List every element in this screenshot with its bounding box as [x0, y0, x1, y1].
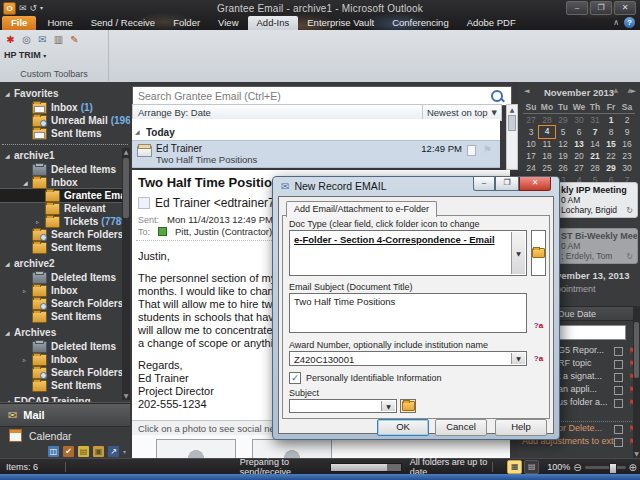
- zoom-out-icon[interactable]: ⊖: [573, 462, 581, 473]
- folder-item-sent-items[interactable]: Sent Items: [0, 310, 130, 323]
- folder-item-relevant[interactable]: Relevant: [0, 202, 130, 215]
- folder-list-icon[interactable]: ▣: [93, 446, 104, 457]
- search-input[interactable]: Search Grantee Email (Ctrl+E): [133, 90, 491, 102]
- calendar-day[interactable]: 2: [619, 114, 635, 126]
- folder-item-search-folders[interactable]: Search Folders: [0, 366, 130, 379]
- notes-icon[interactable]: ▤: [78, 446, 89, 457]
- doc-type-combobox[interactable]: e-Folder - Section 4-Correspondence - Em…: [289, 230, 527, 276]
- folder-item-unread-mail[interactable]: Unread Mail(1964): [0, 114, 130, 127]
- folder-item-search-folders[interactable]: Search Folders: [0, 228, 130, 241]
- sender-photo-icon[interactable]: [138, 197, 150, 209]
- folder-item-deleted-items[interactable]: Deleted Items: [0, 340, 130, 353]
- dialog-maximize-button[interactable]: ❐: [495, 177, 519, 191]
- folder-tree-scrollbar[interactable]: ▲ ▼: [122, 148, 130, 400]
- scrollbar-thumb[interactable]: [508, 115, 516, 131]
- tab-file[interactable]: File: [2, 16, 36, 30]
- nav-mail-button[interactable]: ✉ Mail: [0, 404, 130, 427]
- contact-photo[interactable]: [252, 439, 332, 458]
- tab-conferencing[interactable]: Conferencing: [383, 16, 458, 30]
- sort-asc-icon[interactable]: ▲: [613, 86, 618, 93]
- subject-folder-button[interactable]: [400, 399, 416, 413]
- hp-trim-menu[interactable]: HP TRIM ▾: [4, 50, 46, 60]
- normal-view-button[interactable]: ▦: [507, 460, 522, 474]
- tab-view[interactable]: View: [209, 16, 247, 30]
- date-group-header[interactable]: Today: [146, 127, 175, 138]
- doc-type-folder-button[interactable]: [531, 230, 546, 276]
- sort-order-button[interactable]: Newest on top: [422, 105, 492, 120]
- calendar-day[interactable]: 26: [555, 162, 571, 174]
- task-checkbox[interactable]: [614, 386, 623, 395]
- calendar-day[interactable]: 1: [603, 114, 619, 126]
- tab-send-receive[interactable]: Send / Receive: [82, 16, 164, 30]
- tasks-icon[interactable]: ✔: [63, 446, 74, 457]
- folder-item-search-folders[interactable]: Search Folders: [0, 297, 130, 310]
- task-list-scrollbar[interactable]: ▼: [633, 306, 640, 458]
- nav-group-archive2[interactable]: ◢archive2: [0, 256, 130, 271]
- arrange-by-button[interactable]: Arrange By: Date: [133, 107, 422, 118]
- folder-item-sent-items[interactable]: Sent Items: [0, 127, 130, 140]
- dropdown-icon[interactable]: ▼: [381, 401, 395, 411]
- folder-item-inbox[interactable]: ▹Inbox: [0, 284, 130, 297]
- calendar-day[interactable]: 9: [619, 126, 635, 138]
- dialog-title-bar[interactable]: ✉ New Record EMAIL: [281, 180, 387, 192]
- calendar-day[interactable]: 5: [555, 126, 571, 138]
- zoom-slider[interactable]: [585, 466, 626, 469]
- calendar-day[interactable]: 7: [587, 126, 603, 138]
- calendar-day[interactable]: 8: [603, 126, 619, 138]
- calendar-day[interactable]: 29: [555, 114, 571, 126]
- sort-asc-icon[interactable]: ▲: [627, 86, 632, 93]
- to-value[interactable]: Pitt, Justin (Contractor): [175, 226, 272, 237]
- trim-edit-icon[interactable]: ✎: [68, 33, 81, 46]
- trim-print-icon[interactable]: ▥: [52, 33, 65, 46]
- task-checkbox[interactable]: [614, 399, 623, 408]
- dialog-close-button[interactable]: ✕: [519, 177, 551, 191]
- folder-item-sent-items[interactable]: Sent Items: [0, 379, 130, 392]
- calendar-day[interactable]: 14: [587, 138, 603, 150]
- subject-combobox[interactable]: ▼: [289, 399, 397, 413]
- message-row[interactable]: Ed Trainer 12:49 PM ⚑ Two Half Time Posi…: [132, 140, 500, 168]
- folder-item-grantee-email[interactable]: Grantee Email: [0, 189, 130, 202]
- calendar-day[interactable]: 16: [619, 138, 635, 150]
- expand-icon[interactable]: ▹: [23, 353, 32, 366]
- minimize-button[interactable]: –: [566, 1, 588, 15]
- calendar-day[interactable]: 11: [539, 138, 555, 150]
- tab-enterprise-vault[interactable]: Enterprise Vault: [298, 16, 383, 30]
- trim-find-icon[interactable]: ◎: [20, 33, 33, 46]
- nav-group-archive1[interactable]: ◢archive1: [0, 148, 130, 163]
- nav-group-archives[interactable]: ◢Archives: [0, 325, 130, 340]
- calendar-day[interactable]: 24: [523, 162, 539, 174]
- shortcuts-icon[interactable]: ↗: [108, 446, 119, 457]
- scroll-down-icon[interactable]: ▼: [122, 392, 130, 400]
- zoom-in-icon[interactable]: ⊕: [629, 462, 637, 473]
- expand-icon[interactable]: ◢: [23, 176, 32, 189]
- help-icon[interactable]: ?: [624, 17, 635, 28]
- calendar-day[interactable]: 28: [587, 162, 603, 174]
- calendar-day[interactable]: 15: [603, 138, 619, 150]
- award-kwikselect-button[interactable]: ?a: [531, 351, 546, 366]
- minimize-ribbon-icon[interactable]: ∧: [613, 18, 619, 27]
- expand-icon[interactable]: ▹: [23, 284, 32, 297]
- sort-caret-icon[interactable]: ▼: [492, 109, 501, 117]
- dropdown-icon[interactable]: ▼: [511, 353, 525, 364]
- search-icon[interactable]: [491, 90, 503, 102]
- calendar-day[interactable]: 22: [603, 150, 619, 162]
- calendar-day[interactable]: 20: [571, 150, 587, 162]
- nav-options-icon[interactable]: ▾: [123, 448, 126, 455]
- expand-icon[interactable]: ◢: [5, 148, 14, 163]
- calendar-day[interactable]: 10: [523, 138, 539, 150]
- restore-button[interactable]: ❐: [590, 1, 612, 15]
- task-checkbox[interactable]: [614, 425, 623, 434]
- message-list-scrollbar[interactable]: ▲: [506, 104, 518, 170]
- pii-checkbox[interactable]: ✓: [289, 372, 301, 384]
- dialog-minimize-button[interactable]: –: [473, 177, 495, 191]
- folder-item-inbox[interactable]: Inbox(1): [0, 101, 130, 114]
- calendar-day[interactable]: 23: [619, 150, 635, 162]
- cancel-button[interactable]: Cancel: [435, 419, 487, 436]
- reading-view-button[interactable]: ▤: [524, 460, 539, 474]
- category-box-icon[interactable]: [467, 145, 476, 156]
- zoom-level[interactable]: 100%: [547, 462, 570, 472]
- calendar-day[interactable]: 30: [619, 162, 635, 174]
- task-checkbox[interactable]: [614, 360, 623, 369]
- tab-add-ins[interactable]: Add-Ins: [248, 16, 299, 30]
- award-number-combobox[interactable]: Z420C130001 ▼: [289, 351, 527, 366]
